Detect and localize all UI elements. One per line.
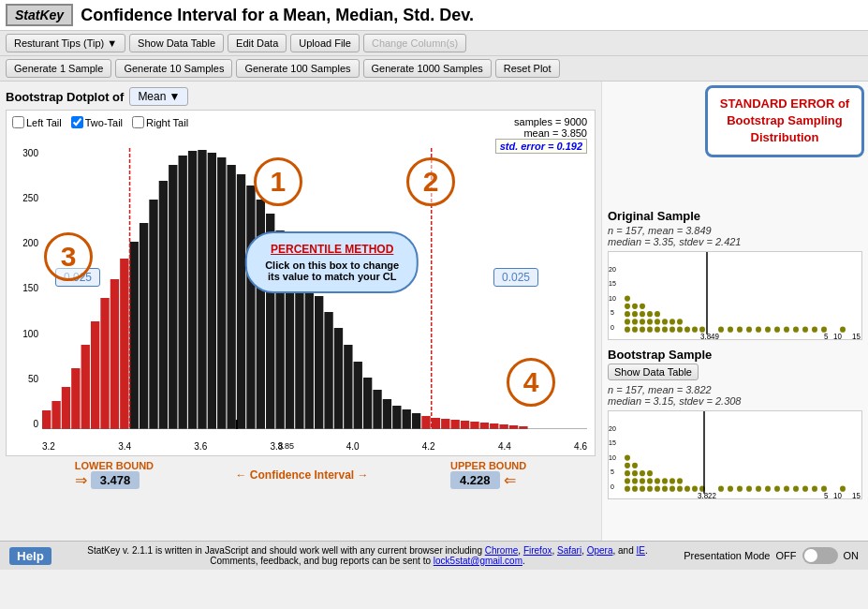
svg-rect-35	[383, 399, 391, 429]
mean-value: mean = 3.850	[495, 127, 587, 139]
original-sample-stats-1: n = 157, mean = 3.849	[608, 225, 862, 236]
percentile-method-box[interactable]: PERCENTILE METHOD Click on this box to c…	[245, 231, 419, 293]
svg-text:10: 10	[609, 454, 616, 462]
svg-text:5: 5	[611, 309, 614, 317]
svg-point-85	[746, 327, 752, 333]
toolbar-1: Resturant Tips (Tip) ▼ Show Data Table E…	[0, 31, 868, 56]
svg-point-57	[647, 327, 653, 333]
svg-rect-21	[246, 186, 255, 429]
svg-rect-4	[81, 345, 90, 429]
svg-point-106	[632, 486, 638, 492]
toolbar-2: Generate 1 Sample Generate 10 Samples Ge…	[0, 56, 868, 82]
mean-dropdown-btn[interactable]: Mean ▼	[129, 87, 188, 106]
samples-count: samples = 9000	[495, 116, 587, 127]
svg-rect-20	[237, 174, 245, 429]
help-button[interactable]: Help	[9, 547, 51, 565]
svg-rect-19	[227, 165, 235, 429]
svg-rect-34	[373, 390, 381, 429]
firefox-link[interactable]: Firefox	[523, 545, 552, 556]
svg-text:3.849: 3.849	[700, 333, 719, 339]
svg-point-78	[625, 304, 630, 309]
percentile-method-title: PERCENTILE METHOD	[264, 243, 400, 256]
svg-point-141	[812, 486, 817, 492]
svg-point-77	[655, 311, 660, 317]
svg-point-73	[625, 311, 630, 317]
svg-rect-10	[140, 223, 148, 429]
svg-point-124	[625, 470, 630, 476]
svg-text:5: 5	[824, 333, 829, 339]
generate-10-samples-btn[interactable]: Generate 10 Samples	[115, 59, 232, 78]
pct-label-right[interactable]: 0.025	[493, 268, 538, 287]
svg-point-109	[655, 486, 660, 492]
presentation-mode: Presentation Mode OFF ON	[684, 547, 859, 564]
svg-point-130	[625, 455, 630, 461]
svg-point-135	[756, 486, 761, 492]
svg-point-127	[647, 470, 653, 476]
svg-point-93	[821, 327, 827, 333]
svg-point-116	[625, 478, 630, 483]
generate-1-sample-btn[interactable]: Generate 1 Sample	[6, 59, 111, 78]
change-columns-btn[interactable]: Change Column(s)	[363, 34, 466, 52]
pres-mode-label: Presentation Mode	[684, 550, 770, 561]
reset-plot-btn[interactable]: Reset Plot	[495, 59, 560, 78]
lower-bound: LOWER BOUND ⇒ 3.478	[75, 460, 154, 489]
right-tail-checkbox-label[interactable]: Right Tail	[132, 116, 188, 128]
svg-rect-5	[91, 321, 99, 429]
right-tail-checkbox[interactable]	[132, 116, 144, 128]
svg-point-82	[718, 327, 724, 333]
svg-point-117	[632, 478, 638, 483]
svg-text:3.822: 3.822	[698, 492, 716, 498]
two-tail-checkbox[interactable]	[71, 116, 83, 128]
svg-point-92	[812, 327, 817, 333]
email-link[interactable]: lock5stat@gmail.com	[434, 556, 522, 566]
show-data-table-btn-2[interactable]: Show Data Table	[608, 364, 699, 380]
svg-rect-46	[490, 423, 498, 429]
chart-area: Left Tail Two-Tail Right Tail samples = …	[6, 110, 596, 456]
original-sample-chart: 3.849 5 10 15 20 15 10 5 0	[608, 251, 862, 340]
percentile-method-text: Click on this box to change its value to…	[264, 260, 400, 282]
svg-point-94	[840, 327, 846, 333]
svg-point-60	[669, 327, 675, 333]
svg-point-139	[793, 486, 799, 492]
svg-rect-38	[412, 413, 420, 429]
svg-point-140	[802, 486, 808, 492]
svg-point-129	[632, 463, 638, 468]
svg-rect-16	[198, 150, 206, 429]
svg-point-108	[647, 486, 653, 492]
generate-1000-samples-btn[interactable]: Generate 1000 Samples	[363, 59, 492, 78]
svg-rect-0	[42, 410, 51, 429]
upper-arrow-icon: ⇐	[504, 471, 516, 489]
svg-rect-42	[451, 420, 460, 429]
number-2-circle: 2	[406, 157, 455, 206]
left-tail-checkbox-label[interactable]: Left Tail	[12, 116, 62, 128]
svg-rect-7	[110, 279, 119, 429]
ie-link[interactable]: IE	[637, 545, 645, 556]
two-tail-checkbox-label[interactable]: Two-Tail	[71, 116, 123, 128]
svg-point-83	[728, 327, 733, 333]
opera-link[interactable]: Opera	[587, 545, 613, 556]
generate-100-samples-btn[interactable]: Generate 100 Samples	[236, 59, 359, 78]
svg-rect-47	[499, 424, 508, 429]
safari-link[interactable]: Safari	[557, 545, 581, 556]
svg-point-74	[632, 311, 638, 317]
left-tail-checkbox[interactable]	[12, 116, 24, 128]
pres-mode-toggle[interactable]	[802, 547, 838, 564]
chrome-link[interactable]: Chrome	[485, 545, 519, 556]
x-axis: 3.2 3.4 3.6 3.83.85 4.0 4.2 4.4 4.6	[42, 441, 587, 452]
svg-text:10: 10	[833, 492, 842, 498]
upload-file-btn[interactable]: Upload File	[290, 34, 360, 52]
ci-center-label: ← Confidence Interval →	[235, 468, 368, 482]
svg-rect-45	[480, 423, 489, 429]
svg-rect-31	[344, 345, 352, 429]
show-data-table-btn-1[interactable]: Show Data Table	[129, 34, 224, 52]
svg-point-138	[784, 486, 789, 492]
ci-row: LOWER BOUND ⇒ 3.478 ← Confidence Interva…	[6, 460, 596, 489]
svg-rect-44	[470, 422, 478, 429]
svg-point-128	[625, 463, 630, 468]
on-label: ON	[844, 550, 860, 561]
dataset-dropdown[interactable]: Resturant Tips (Tip) ▼	[6, 34, 125, 52]
y-axis: 300 250 200 150 100 50 0	[7, 148, 42, 429]
edit-data-btn[interactable]: Edit Data	[228, 34, 287, 52]
number-3-circle: 3	[44, 232, 93, 281]
svg-rect-27	[305, 279, 314, 429]
